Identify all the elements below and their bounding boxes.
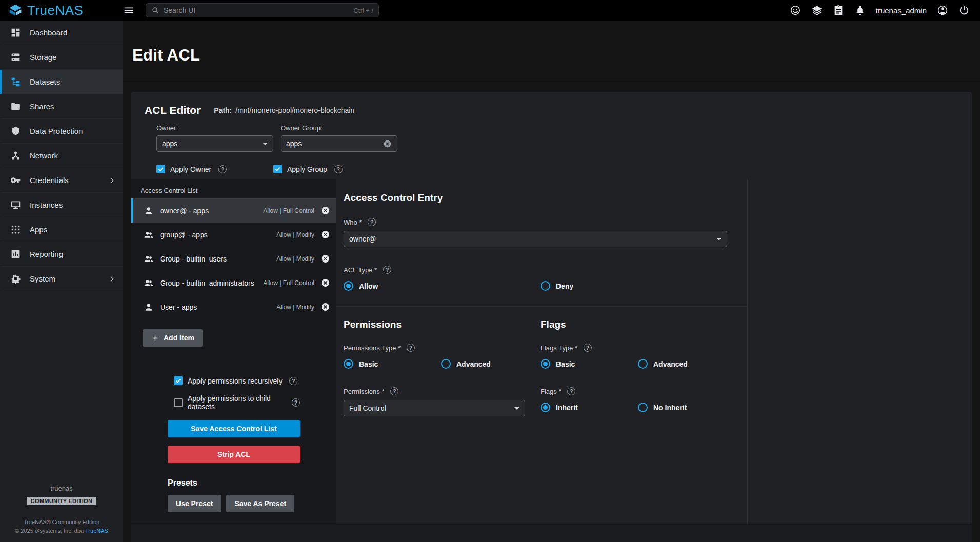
ace-heading: Access Control Entry	[344, 192, 972, 204]
sidebar-item-reporting[interactable]: Reporting	[0, 242, 123, 267]
group-icon	[144, 278, 154, 288]
radio-inherit[interactable]: Inherit	[541, 403, 638, 412]
acl-entry-row[interactable]: Group - builtin_administrators Allow | F…	[131, 271, 336, 295]
sidebar-item-credentials[interactable]: Credentials	[0, 168, 123, 193]
sidebar-item-shares[interactable]: Shares	[0, 94, 123, 119]
help-icon[interactable]	[334, 165, 343, 173]
hamburger-menu-icon[interactable]	[123, 5, 134, 16]
sidebar-item-network[interactable]: Network	[0, 144, 123, 168]
help-icon[interactable]	[383, 266, 391, 274]
folder-share-icon	[10, 101, 21, 112]
acl-entry-row[interactable]: Group - builtin_users Allow | Modify	[131, 247, 336, 271]
user-avatar-icon[interactable]	[937, 5, 948, 16]
help-icon[interactable]	[390, 387, 398, 395]
acl-list-title: Access Control List	[131, 179, 336, 198]
page-title: Edit ACL	[132, 46, 980, 65]
sidebar-item-label: Data Protection	[30, 127, 83, 135]
acl-entry-row[interactable]: owner@ - apps Allow | Full Control	[131, 198, 336, 223]
sidebar-item-data-protection[interactable]: Data Protection	[0, 119, 123, 144]
access-control-list-panel: Access Control List owner@ - apps Allow …	[131, 179, 336, 524]
acl-entry-who: owner@ - apps	[160, 207, 209, 215]
who-value: owner@	[349, 235, 716, 243]
search-box[interactable]: Ctrl + /	[146, 3, 379, 17]
help-icon[interactable]	[292, 398, 300, 407]
remove-entry-button[interactable]	[321, 230, 330, 239]
permissions-heading: Permissions	[344, 319, 541, 330]
power-icon[interactable]	[958, 5, 970, 16]
radio-flags-basic[interactable]: Basic	[541, 359, 638, 369]
acl-entry-row[interactable]: User - apps Allow | Modify	[131, 295, 336, 319]
remove-entry-button[interactable]	[321, 302, 330, 312]
truenas-link[interactable]: TrueNAS	[85, 528, 108, 534]
remove-entry-button[interactable]	[321, 254, 330, 264]
radio-permissions-advanced[interactable]: Advanced	[441, 359, 491, 369]
apply-group-checkbox[interactable]: Apply Group	[273, 165, 390, 173]
strip-acl-button[interactable]: Strip ACL	[168, 446, 300, 463]
owner-label: Owner:	[156, 124, 273, 132]
remove-entry-button[interactable]	[321, 278, 330, 288]
save-as-preset-button[interactable]: Save As Preset	[226, 495, 294, 512]
help-icon[interactable]	[407, 344, 415, 352]
radio-icon	[638, 403, 648, 412]
person-icon	[144, 206, 154, 216]
search-input[interactable]	[164, 6, 349, 14]
datasets-tree-icon	[10, 76, 21, 87]
card-footer	[131, 524, 972, 542]
section-divider	[336, 306, 747, 307]
search-icon	[151, 6, 159, 14]
owner-group-input[interactable]: apps	[281, 135, 397, 152]
bell-alerts-icon[interactable]	[854, 5, 866, 16]
network-hub-icon	[10, 150, 21, 161]
who-select[interactable]: owner@	[344, 231, 727, 247]
apply-owner-checkbox[interactable]: Apply Owner	[156, 165, 273, 173]
acl-entry-who: User - apps	[160, 303, 197, 311]
flags-section: Flags Flags Type * Basic	[541, 319, 746, 416]
radio-icon	[638, 359, 648, 369]
radio-icon	[344, 281, 353, 291]
sidebar-item-system[interactable]: System	[0, 267, 123, 291]
clipboard-jobs-icon[interactable]	[833, 5, 844, 16]
sidebar-item-label: Storage	[30, 53, 57, 62]
apps-grid-icon	[10, 224, 21, 235]
acl-entry-row[interactable]: group@ - apps Allow | Modify	[131, 223, 336, 247]
sidebar-item-apps[interactable]: Apps	[0, 217, 123, 242]
sidebar-item-datasets[interactable]: Datasets	[0, 70, 123, 94]
permissions-select[interactable]: Full Control	[344, 400, 525, 416]
help-icon[interactable]	[567, 387, 575, 395]
owner-select[interactable]: apps	[156, 135, 273, 152]
access-control-entry-panel: Access Control Entry Who * owner@ ACL Ty…	[336, 179, 972, 524]
group-icon	[144, 254, 154, 264]
clear-icon[interactable]	[383, 139, 392, 148]
help-icon[interactable]	[289, 377, 297, 385]
radio-no-inherit[interactable]: No Inherit	[638, 403, 687, 412]
checkbox-icon	[174, 398, 183, 407]
remove-entry-button[interactable]	[321, 206, 330, 215]
sidebar-item-instances[interactable]: Instances	[0, 193, 123, 217]
sidebar-item-dashboard[interactable]: Dashboard	[0, 21, 123, 45]
checkbox-icon	[174, 376, 183, 385]
key-icon	[10, 175, 21, 186]
apply-owner-label: Apply Owner	[170, 165, 211, 173]
radio-deny[interactable]: Deny	[541, 281, 573, 291]
help-icon[interactable]	[368, 218, 376, 226]
sidebar-item-label: Credentials	[30, 176, 69, 185]
apply-child-datasets-checkbox[interactable]: Apply permissions to child datasets	[174, 394, 300, 411]
layers-icon[interactable]	[811, 5, 823, 16]
acl-editor-header: ACL Editor Path: /mnt/monero-pool/monero…	[131, 92, 972, 179]
radio-allow[interactable]: Allow	[344, 281, 541, 291]
apply-recursive-checkbox[interactable]: Apply permissions recursively	[174, 376, 300, 385]
use-preset-button[interactable]: Use Preset	[168, 495, 221, 512]
path-value: /mnt/monero-pool/monero-blockchain	[235, 106, 354, 114]
help-icon[interactable]	[218, 165, 227, 173]
sidebar-item-storage[interactable]: Storage	[0, 45, 123, 70]
radio-flags-advanced[interactable]: Advanced	[638, 359, 688, 369]
save-acl-button[interactable]: Save Access Control List	[168, 420, 300, 437]
feedback-smiley-icon[interactable]	[790, 5, 801, 16]
flags-label: Flags *	[541, 388, 561, 395]
help-icon[interactable]	[584, 344, 592, 352]
sidebar-item-label: System	[30, 274, 55, 283]
permissions-type-label-row: Permissions Type *	[344, 344, 541, 352]
search-shortcut: Ctrl + /	[353, 7, 373, 14]
radio-permissions-basic[interactable]: Basic	[344, 359, 441, 369]
add-item-button[interactable]: Add Item	[143, 329, 203, 347]
